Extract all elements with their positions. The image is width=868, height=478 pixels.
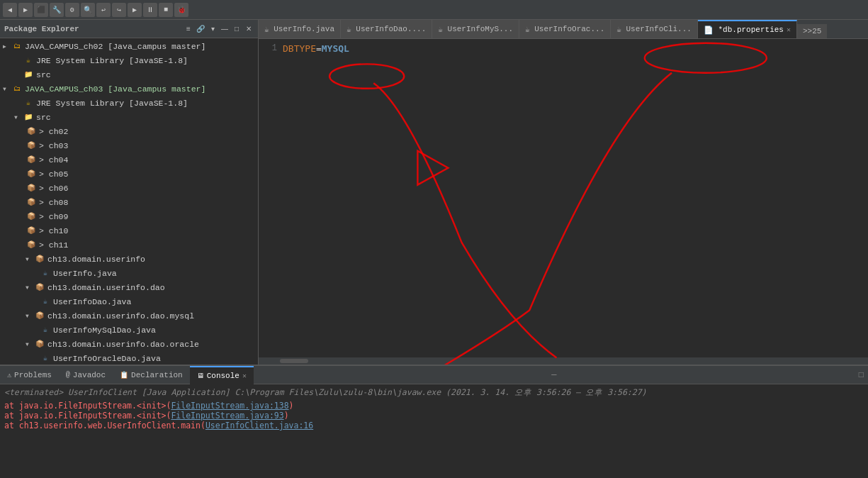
tree-label: ch13.domain.userinfo <box>47 253 145 266</box>
arrow-icon: ▼ <box>26 338 33 351</box>
tree-jre-2[interactable]: ☕ JRE System Library [JavaSE-1.8] <box>0 96 258 111</box>
tree-label: > ch02 <box>39 126 68 138</box>
horizontal-scrollbar[interactable] <box>259 357 868 365</box>
toolbar-icon-6[interactable]: 🔍 <box>81 3 95 17</box>
tab-userinfomys[interactable]: ☕ UserInfoMyS... <box>432 20 519 38</box>
toolbar-icon-9[interactable]: ▶ <box>128 3 142 17</box>
tab-label: UserInfoMyS... <box>448 25 513 33</box>
project-icon: 🗂 <box>11 84 23 95</box>
toolbar-icon-2[interactable]: ▶ <box>18 3 33 17</box>
tab-label: UserInfo.java <box>274 25 334 33</box>
tab-overflow[interactable]: >>25 <box>797 24 827 38</box>
arrow-icon: ▼ <box>3 83 10 96</box>
tree-project-ch02[interactable]: ▶ 🗂 JAVA_CAMPUS_ch02 [Java_campus master… <box>0 40 258 54</box>
tree-file-userinfodao[interactable]: ☕ UserInfoDao.java <box>0 295 258 309</box>
collapse-all-button[interactable]: ≡ <box>184 24 193 34</box>
view-menu-button[interactable]: ▾ <box>208 24 218 34</box>
tab-javadoc[interactable]: @ Javadoc <box>59 366 113 384</box>
tree-package-ch02[interactable]: 📦 > ch02 <box>0 125 258 139</box>
tree-package-ch13oracle[interactable]: ▼ 📦 ch13.domain.userinfo.dao.oracle <box>0 338 258 352</box>
tab-userinfoorac[interactable]: ☕ UserInfoOrac... <box>519 20 611 38</box>
toolbar-icon-3[interactable]: ⬛ <box>34 3 48 17</box>
tree-package-ch05[interactable]: 📦 > ch05 <box>0 167 258 182</box>
toolbar-icon-12[interactable]: 🐞 <box>174 3 188 17</box>
toolbar-icon-10[interactable]: ⏸ <box>143 3 157 17</box>
console-close-button[interactable]: ✕ <box>242 372 247 380</box>
java-file-icon: ☕ <box>40 353 51 365</box>
tree-src-2[interactable]: ▼ 📁 src <box>0 111 258 125</box>
tree-label: > ch05 <box>39 168 68 181</box>
tree-src-1[interactable]: 📁 src <box>0 68 258 82</box>
package-icon: 📦 <box>26 226 37 237</box>
tab-label: UserInfoDao.... <box>356 25 426 33</box>
tab-userinfocli[interactable]: ☕ UserInfoCli... <box>611 20 698 38</box>
userinfoclient-16-link[interactable]: UserInfoClient.java:16 <box>205 421 313 430</box>
tree-label: JAVA_CAMPUS_ch03 [Java_campus master] <box>25 83 205 96</box>
console-error-line-3: at ch13.userinfo.web.UserInfoClient.main… <box>4 421 864 430</box>
tree-jre-1[interactable]: ☕ JRE System Library [JavaSE-1.8] <box>0 54 258 68</box>
code-editor[interactable]: 1 DBTYPE=MYSQL <box>259 39 868 357</box>
toolbar-icon-7[interactable]: ↩ <box>96 3 111 17</box>
tab-icon: ☕ <box>264 25 269 34</box>
editor-area: Package Explorer ≡ 🔗 ▾ — □ ✕ ▶ 🗂 JAVA_CA… <box>0 20 868 365</box>
maximize-button[interactable]: □ <box>232 24 242 34</box>
tab-label: Problems <box>14 371 52 379</box>
package-icon: 📦 <box>34 282 45 294</box>
tree-package-ch06[interactable]: 📦 > ch06 <box>0 182 258 196</box>
tab-problems[interactable]: ⚠ Problems <box>0 366 59 384</box>
tree-package-ch10[interactable]: 📦 > ch10 <box>0 224 258 238</box>
arrow-icon: ▼ <box>26 253 33 266</box>
package-explorer: Package Explorer ≡ 🔗 ▾ — □ ✕ ▶ 🗂 JAVA_CA… <box>0 20 259 365</box>
tab-userinfo[interactable]: ☕ UserInfo.java <box>259 20 341 38</box>
tab-icon: ☕ <box>616 25 621 34</box>
tree-file-userinfomysql[interactable]: ☕ UserInfoMySqlDao.java <box>0 323 258 338</box>
toolbar-icon-1[interactable]: ◀ <box>3 3 17 17</box>
tree-package-ch09[interactable]: 📦 > ch09 <box>0 210 258 224</box>
arrow-icon: ▼ <box>26 282 33 294</box>
package-icon: 📦 <box>26 211 37 223</box>
package-icon: 📦 <box>26 169 37 180</box>
tab-userinfodao[interactable]: ☕ UserInfoDao.... <box>341 20 432 38</box>
toolbar-icon-8[interactable]: ↪ <box>112 3 126 17</box>
tab-label: Console <box>207 372 239 380</box>
error-suffix-2: ) <box>284 411 289 421</box>
tree-package-ch11[interactable]: 📦 > ch11 <box>0 238 258 252</box>
tree-package-ch04[interactable]: 📦 > ch04 <box>0 153 258 167</box>
tree-file-userinfooracle[interactable]: ☕ UserInfoOracleDao.java <box>0 352 258 365</box>
overflow-count: 25 <box>812 27 821 35</box>
toolbar-icon-5[interactable]: ⚙ <box>65 3 79 17</box>
minimize-button[interactable]: — <box>220 24 230 34</box>
tab-console[interactable]: 🖥 Console ✕ <box>190 366 254 384</box>
fileinputstream-93-link[interactable]: FileInputStream.java:93 <box>171 411 283 421</box>
tab-close-button[interactable]: ✕ <box>787 26 791 34</box>
fileinputstream-138-link[interactable]: FileInputStream.java:138 <box>171 401 288 411</box>
editor-wrapper: 1 DBTYPE=MYSQL <box>259 39 868 365</box>
tree-label: UserInfoDao.java <box>53 296 131 309</box>
tab-dbproperties[interactable]: 📄 *db.properties ✕ <box>698 20 797 38</box>
tree-file-userinfo[interactable]: ☕ UserInfo.java <box>0 267 258 281</box>
toolbar-icon-4[interactable]: 🔧 <box>50 3 64 17</box>
tree-area[interactable]: ▶ 🗂 JAVA_CAMPUS_ch02 [Java_campus master… <box>0 38 258 365</box>
package-icon: 📦 <box>34 339 45 350</box>
tree-package-ch13mysql[interactable]: ▼ 📦 ch13.domain.userinfo.dao.mysql <box>0 309 258 323</box>
toolbar-icon-11[interactable]: ■ <box>159 3 173 17</box>
tab-declaration[interactable]: 📋 Declaration <box>113 366 190 384</box>
panel-maximize-button[interactable]: □ <box>855 370 868 380</box>
tree-package-ch13domain[interactable]: ▼ 📦 ch13.domain.userinfo <box>0 252 258 267</box>
java-file-icon: ☕ <box>40 268 51 279</box>
declaration-icon: 📋 <box>120 371 128 379</box>
error-text-3: at ch13.userinfo.web.UserInfoClient.main… <box>4 421 205 430</box>
tree-package-ch08[interactable]: 📦 > ch08 <box>0 196 258 210</box>
tab-icon: ☕ <box>525 25 530 34</box>
tree-project-ch03[interactable]: ▼ 🗂 JAVA_CAMPUS_ch03 [Java_campus master… <box>0 82 258 96</box>
close-panel-button[interactable]: ✕ <box>244 24 254 34</box>
scrollbar-thumb <box>280 359 308 363</box>
tree-package-ch03[interactable]: 📦 > ch03 <box>0 139 258 153</box>
package-icon: 📦 <box>26 240 37 251</box>
jre-icon: ☕ <box>23 98 34 109</box>
link-editor-button[interactable]: 🔗 <box>196 24 205 34</box>
tree-label: > ch10 <box>39 225 68 238</box>
tree-label: > ch03 <box>39 140 68 152</box>
tree-package-ch13dao[interactable]: ▼ 📦 ch13.domain.userinfo.dao <box>0 281 258 295</box>
panel-minimize-button[interactable]: — <box>547 370 560 380</box>
